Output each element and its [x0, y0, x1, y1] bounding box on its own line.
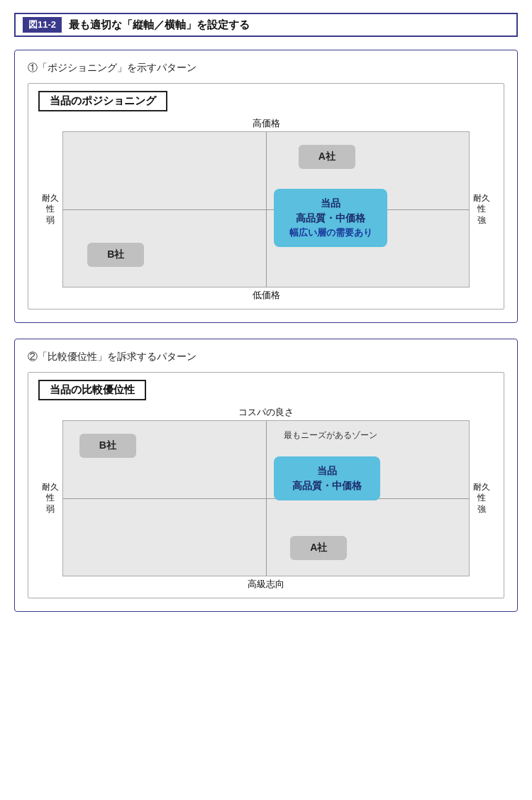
- section2-quadrant-container: B社 最もニーズがあるゾーン 当品 高品質・中価格 A社: [62, 420, 470, 576]
- section1-number: ①「ポジショニング」を示すパターン: [28, 62, 504, 75]
- v-line-1: [266, 132, 267, 287]
- figure-label: 図11-2: [23, 17, 62, 33]
- section2-main-product: 当品 高品質・中価格: [274, 456, 380, 500]
- v-line-2: [266, 421, 267, 576]
- section1-wrapper: ①「ポジショニング」を示すパターン 当品のポジショニング 高価格 耐久性 弱: [14, 50, 518, 323]
- section1-company-b: B社: [87, 243, 144, 267]
- section2-chart: 当品の比較優位性 コスパの良さ 耐久性 弱 B社: [28, 372, 504, 598]
- section1-company-a: A社: [299, 145, 355, 169]
- section2-axis-left: 耐久性 弱: [38, 482, 62, 515]
- section1-chart: 当品のポジショニング 高価格 耐久性 弱 A社: [28, 83, 504, 309]
- section2-axis-top: コスパの良さ: [38, 406, 494, 419]
- section2-quadrant: B社 最もニーズがあるゾーン 当品 高品質・中価格 A社: [62, 420, 470, 576]
- section1-axis-top: 高価格: [38, 117, 494, 130]
- section1-axis-right: 耐久性 強: [470, 193, 494, 226]
- section2-company-b: B社: [79, 434, 136, 458]
- figure-title: 最も適切な「縦軸／横軸」を設定する: [69, 18, 250, 32]
- section2-chart-row: 耐久性 弱 B社 最もニーズがあるゾーン 当品: [38, 420, 494, 576]
- section2-chart-title: 当品の比較優位性: [38, 380, 146, 400]
- section2-company-a: A社: [290, 536, 347, 560]
- section1-axis-bottom: 低価格: [38, 289, 494, 302]
- section2-number: ②「比較優位性」を訴求するパターン: [28, 351, 504, 363]
- section2-axis-right: 耐久性 強: [470, 482, 494, 515]
- section1-quadrant-container: A社 当品 高品質・中価格 幅広い層の需要あり B社: [62, 131, 470, 287]
- section1-chart-title: 当品のポジショニング: [38, 91, 167, 111]
- section1-quadrant: A社 当品 高品質・中価格 幅広い層の需要あり B社: [62, 131, 470, 287]
- section2-wrapper: ②「比較優位性」を訴求するパターン 当品の比較優位性 コスパの良さ 耐久性 弱: [14, 339, 518, 612]
- section1-main-product: 当品 高品質・中価格 幅広い層の需要あり: [274, 189, 387, 247]
- section2-axis-bottom: 高級志向: [38, 578, 494, 591]
- section2-zone-label: 最もニーズがあるゾーン: [274, 429, 387, 442]
- section1-chart-row: 耐久性 弱 A社 当品 高品質・中価格 幅広い: [38, 131, 494, 287]
- section1-axis-left: 耐久性 弱: [38, 193, 62, 226]
- figure-header: 図11-2 最も適切な「縦軸／横軸」を設定する: [14, 13, 518, 37]
